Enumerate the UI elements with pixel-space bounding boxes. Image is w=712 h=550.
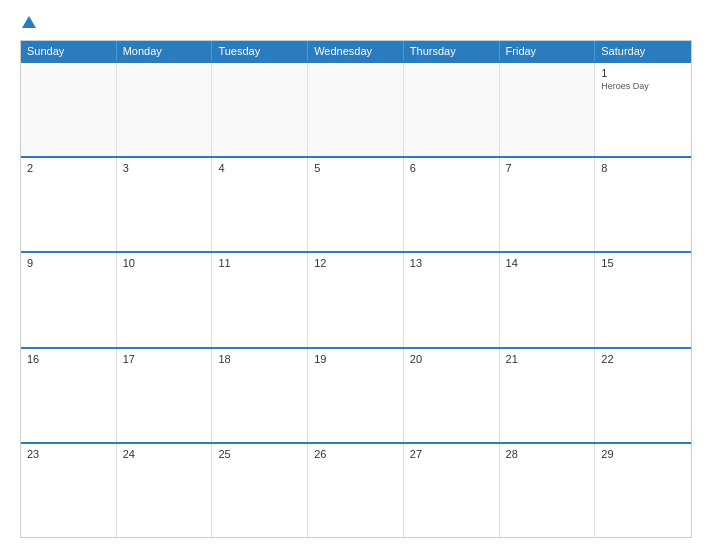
day-cell: 23 [21,444,117,537]
day-event: Heroes Day [601,81,685,93]
day-cell [308,63,404,156]
day-header-tuesday: Tuesday [212,41,308,61]
day-number: 6 [410,162,493,174]
day-cell [212,63,308,156]
calendar-page: SundayMondayTuesdayWednesdayThursdayFrid… [0,0,712,550]
day-cell: 27 [404,444,500,537]
day-cell: 29 [595,444,691,537]
day-number: 1 [601,67,685,79]
day-cell: 3 [117,158,213,251]
day-cell: 10 [117,253,213,346]
day-cell: 19 [308,349,404,442]
day-header-thursday: Thursday [404,41,500,61]
logo-text [20,16,36,30]
day-number: 22 [601,353,685,365]
day-cell: 11 [212,253,308,346]
day-number: 4 [218,162,301,174]
day-number: 21 [506,353,589,365]
day-number: 16 [27,353,110,365]
day-cell: 15 [595,253,691,346]
weeks-container: 1Heroes Day23456789101112131415161718192… [21,61,691,537]
day-number: 9 [27,257,110,269]
day-cell [404,63,500,156]
day-number: 19 [314,353,397,365]
day-cell: 1Heroes Day [595,63,691,156]
day-number: 8 [601,162,685,174]
day-cell [21,63,117,156]
day-cell: 9 [21,253,117,346]
day-cell: 25 [212,444,308,537]
day-number: 14 [506,257,589,269]
day-number: 2 [27,162,110,174]
week-row-5: 23242526272829 [21,442,691,537]
day-cell [117,63,213,156]
day-cell: 6 [404,158,500,251]
day-header-sunday: Sunday [21,41,117,61]
day-cell: 2 [21,158,117,251]
day-number: 10 [123,257,206,269]
logo [20,16,36,30]
day-number: 13 [410,257,493,269]
day-cell: 28 [500,444,596,537]
day-number: 29 [601,448,685,460]
day-header-friday: Friday [500,41,596,61]
calendar-grid: SundayMondayTuesdayWednesdayThursdayFrid… [20,40,692,538]
day-number: 3 [123,162,206,174]
day-number: 12 [314,257,397,269]
day-header-monday: Monday [117,41,213,61]
day-cell: 13 [404,253,500,346]
week-row-2: 2345678 [21,156,691,251]
day-number: 20 [410,353,493,365]
day-cell: 5 [308,158,404,251]
day-cell: 26 [308,444,404,537]
day-number: 26 [314,448,397,460]
day-cell: 21 [500,349,596,442]
day-cell: 4 [212,158,308,251]
day-header-wednesday: Wednesday [308,41,404,61]
week-row-1: 1Heroes Day [21,61,691,156]
day-header-saturday: Saturday [595,41,691,61]
week-row-4: 16171819202122 [21,347,691,442]
day-number: 24 [123,448,206,460]
day-cell: 14 [500,253,596,346]
day-cell: 17 [117,349,213,442]
day-cell: 7 [500,158,596,251]
day-cell: 16 [21,349,117,442]
day-headers-row: SundayMondayTuesdayWednesdayThursdayFrid… [21,41,691,61]
day-number: 27 [410,448,493,460]
day-number: 15 [601,257,685,269]
day-number: 17 [123,353,206,365]
day-number: 11 [218,257,301,269]
day-cell: 24 [117,444,213,537]
day-cell: 18 [212,349,308,442]
day-number: 28 [506,448,589,460]
day-cell: 22 [595,349,691,442]
day-cell: 12 [308,253,404,346]
logo-triangle-icon [22,16,36,28]
week-row-3: 9101112131415 [21,251,691,346]
day-number: 18 [218,353,301,365]
day-cell: 8 [595,158,691,251]
day-cell: 20 [404,349,500,442]
day-number: 23 [27,448,110,460]
day-cell [500,63,596,156]
day-number: 7 [506,162,589,174]
day-number: 25 [218,448,301,460]
day-number: 5 [314,162,397,174]
page-header [20,16,692,30]
